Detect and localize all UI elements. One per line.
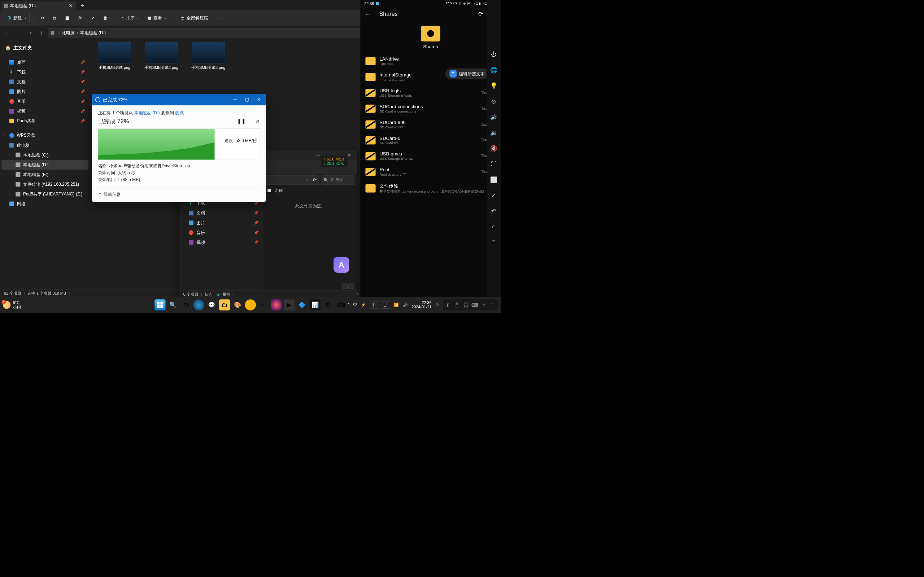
sidebar-videos[interactable]: 视频📌 [181,238,262,247]
volume-icon[interactable]: 🔊 [490,113,498,121]
mute-icon[interactable]: 🔇 [490,145,498,152]
more-button[interactable]: ⋯ [214,13,224,23]
file-item[interactable]: 手机SMB测试3.png [188,42,229,70]
sidebar-network[interactable]: ⌄网络 [2,199,89,209]
ime-mode[interactable]: 拼 [382,301,390,308]
app-icon[interactable]: ⌨ [335,299,346,310]
pin-icon[interactable]: 📌 [81,60,85,64]
globe-icon[interactable]: 🌐 [490,66,498,74]
app-icon[interactable]: 📊 [309,299,320,310]
tray-icon[interactable]: ⚡ [361,303,366,307]
dock-icon[interactable]: 🎧 [462,301,470,309]
dialog-minimize-button[interactable]: ― [231,97,239,102]
crop-icon[interactable]: ⛶ [490,160,498,167]
weather-widget[interactable]: 5°C小雨 [3,301,21,309]
view-details-button[interactable] [342,284,347,288]
sidebar-thispc[interactable]: ⌄此电脑 [2,140,89,150]
breadcrumb-thispc[interactable]: 此电脑 [62,30,75,36]
sidebar-drive-e[interactable]: ›本地磁盘 (E:) [2,169,89,179]
sidebar-desktop[interactable]: 桌面📌 [2,57,89,67]
app-icon[interactable]: 🔷 [297,299,307,310]
back-button[interactable]: ← [365,10,371,18]
home-icon[interactable]: ⌂ [490,223,498,230]
share-item[interactable]: SDCard-999 SD Card n°999 Disabled [362,116,499,132]
copy-source-link[interactable]: 本地磁盘 (D:) [134,110,160,115]
collapse-details-button[interactable]: ⌃简略信息 [98,187,260,197]
sidebar-documents[interactable]: 文档📌 [181,208,262,218]
copy-dest-link[interactable]: 测试 [175,110,184,115]
rename-button[interactable]: AI [76,13,86,23]
pin-icon[interactable]: 📌 [81,80,85,84]
app-badge[interactable]: A [333,257,349,272]
nav-history-button[interactable]: ▾ [25,28,35,37]
app-icon[interactable] [245,299,256,310]
pause-button[interactable]: ❚❚ [237,118,246,124]
pin-icon[interactable]: 📌 [81,119,85,123]
share-item[interactable]: USB-logfs USB Storage n°logfs Disabled [362,85,499,101]
share-item[interactable]: 文件传输 共享文件传输 content://com.android.e…E4%B… [362,180,499,197]
nav-back-button[interactable]: ← [3,28,12,37]
nav-up-button[interactable]: ↑ [37,28,46,37]
refresh-button[interactable]: ⟳ [313,177,317,182]
sidebar-music[interactable]: 音乐📌 [2,97,89,106]
breadcrumb-drive-d[interactable]: 本地磁盘 (D:) [80,30,106,36]
menu-icon[interactable]: ≡ [490,239,498,246]
cancel-button[interactable]: ✕ [255,118,260,124]
bulb-icon[interactable]: 💡 [490,82,498,89]
volume-icon[interactable]: 🔊 [403,303,408,307]
delete-button[interactable]: 🗑 [100,13,110,23]
file-list[interactable]: 名称 此文件夹为空。 A [263,186,357,290]
view-button[interactable]: ▦查看▾ [144,13,169,23]
paste-button[interactable]: 📋 [61,13,73,23]
file-item[interactable]: 手机SMB测试2.png [141,42,182,70]
pin-icon[interactable]: 📌 [81,109,85,113]
dock-icon[interactable]: ⌨ [471,301,479,309]
sidebar-drive-c[interactable]: ›本地磁盘 (C:) [2,150,89,160]
sidebar-wps[interactable]: ›WPS云盘 [2,131,89,140]
dialog-titlebar[interactable]: 已完成 72% ― ▢ ✕ [92,94,266,105]
undo-icon[interactable]: ↶ [490,207,498,214]
sidebar-netdrive-1[interactable]: ›文件传输 (\\192.168.205.251) [2,180,89,189]
settings-icon[interactable]: ⚙ [322,299,333,310]
nav-forward-button[interactable]: → [14,28,23,37]
power-icon[interactable]: ⏻ [490,51,498,58]
task-view-button[interactable]: ⧉ [181,299,191,310]
dock-icon[interactable]: ⋮ [489,301,497,309]
search-input[interactable]: 🔍 在 测试 [321,175,354,185]
new-tab-button[interactable]: ＋ [80,1,86,9]
share-item[interactable]: LANdrive App data [362,53,499,69]
paint-icon[interactable]: 🎨 [232,299,243,310]
refresh-button[interactable]: ⟳ [478,10,483,18]
copy-button[interactable]: ⧉ [50,13,59,23]
expand-icon[interactable]: ⤢ [490,192,498,199]
address-dropdown[interactable]: ▾ [307,179,308,182]
tray-icon[interactable]: 🛡 [353,303,357,307]
sidebar-pad5share[interactable]: Pad5共享📌 [2,116,89,126]
sidebar-pictures[interactable]: 图片📌 [181,218,262,227]
sidebar-home[interactable]: 🏠主文件夹 [2,43,89,53]
ime-lang[interactable]: 中 [370,301,378,308]
app-icon[interactable]: ▶ [284,299,294,310]
extract-all-button[interactable]: 🗀全部解压缩 [177,13,211,23]
dialog-close-button[interactable]: ✕ [255,97,263,102]
view-list-button[interactable] [348,284,354,288]
tray-chevron[interactable]: ˄ [347,303,349,307]
sidebar-downloads[interactable]: ⬇下载📌 [2,67,89,77]
volume-down-icon[interactable]: 🔉 [490,129,498,136]
edge-icon[interactable] [193,299,204,310]
wifi-icon[interactable]: 📶 [394,303,399,307]
share-item[interactable]: SDCard-connections SD Card n°connections… [362,101,499,116]
close-tab-icon[interactable]: ✕ [69,3,73,9]
pin-icon[interactable]: 📌 [81,70,85,74]
dock-icon[interactable]: 📱 [453,301,461,309]
search-button[interactable]: 🔍 [168,299,178,310]
start-button[interactable] [155,299,165,310]
bulb-off-icon[interactable]: ⊘ [490,98,498,105]
share-button[interactable]: ↗ [88,13,98,23]
sidebar-drive-d[interactable]: ›本地磁盘 (D:) [2,160,89,169]
new-button[interactable]: ⊕新建▾ [4,13,30,23]
share-item[interactable]: SDCard-0 SD Card n°0 Disabled [362,132,499,148]
dock-icon[interactable]: ↕ [480,301,488,309]
sort-button[interactable]: ↕排序▾ [119,13,142,23]
pin-icon[interactable]: 📌 [81,99,85,103]
